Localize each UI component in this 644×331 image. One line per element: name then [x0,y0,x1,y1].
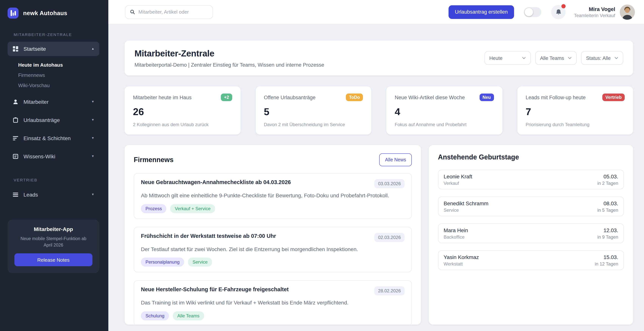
notifications-button[interactable] [552,5,566,19]
sidebar-nav: MITARBEITER-ZENTRALE Startseite ▲ Heute … [0,18,108,331]
geburtstage-title: Anstehende Geburtstage [438,154,624,161]
news-date-badge: 03.03.2026 [374,179,404,188]
tag: Alle Teams [173,311,204,320]
promo-text: Neue mobile Stempel-Funktion ab April 20… [18,236,90,248]
filter-team[interactable]: Alle Teams [535,51,576,65]
user-menu[interactable]: Mira Vogel Teamleiterin Verkauf [574,6,615,18]
tag: Schulung [141,311,169,320]
dashboard-grid-icon [12,46,18,52]
filters: Heute Alle Teams Status: Alle [484,51,623,65]
sidebar: newk Autohaus MITARBEITER-ZENTRALE Start… [0,0,108,331]
news-item[interactable]: Frühschicht in der Werkstatt testweise a… [134,227,412,272]
theme-toggle[interactable] [524,7,542,17]
sidebar-item-mitarbeiter[interactable]: Mitarbeiter ▼ [8,94,99,110]
stat-label: Mitarbeiter heute im Haus [133,94,192,100]
status-badge: +2 [221,94,232,101]
brand-logo-icon [8,8,18,18]
sidebar-item-label: Einsatz & Schichten [24,135,71,141]
news-date-badge: 02.03.2026 [374,233,404,242]
birthday-row: Mara Hein 12.03. Backoffice in 9 Tagen [438,224,624,243]
stat-value: 4 [395,106,494,118]
birthday-countdown: in 2 Tagen [598,181,618,186]
sidebar-item-leads[interactable]: Leads ▼ [8,187,99,202]
brand: newk Autohaus [0,0,108,18]
sidebar-item-wissens-wiki[interactable]: Wissens-Wiki ▼ [8,149,99,164]
subnav-item-firmennews[interactable]: Firmennews [18,70,99,80]
search-input[interactable] [138,9,208,15]
news-item[interactable]: Neue Gebrauchtwagen-Annahmecheckliste ab… [134,173,412,219]
release-notes-button[interactable]: Release Notes [14,254,92,266]
sidebar-item-urlaubsantraege[interactable]: Urlaubsanträge ▼ [8,112,99,128]
birthday-team: Service [444,208,459,213]
filter-value: Status: Alle [586,55,611,61]
filter-date[interactable]: Heute [484,51,530,65]
sidebar-item-label: Urlaubsanträge [24,117,60,123]
sidebar-item-startseite[interactable]: Startseite ▲ [8,42,99,56]
news-tags: Personalplanung Service [141,258,404,266]
subnav-item-heute-im-autohaus[interactable]: Heute im Autohaus [18,60,99,70]
chevron-down-icon: ▼ [91,137,94,140]
birthday-name: Yasin Korkmaz [444,254,479,260]
news-body: Ab Mittwoch gilt eine einheitliche 9-Pun… [141,192,404,200]
stat-card-mitarbeiter-heute: Mitarbeiter heute im Haus +2 26 2 Kolleg… [124,86,241,135]
stat-card-leads-follow-up: Leads mit Follow-up heute Vertrieb 7 Pri… [517,86,634,135]
sidebar-item-einsatz-schichten[interactable]: Einsatz & Schichten ▼ [8,131,99,146]
topbar: Urlaubsantrag erstellen Mira Vogel Teaml… [108,0,644,24]
news-item[interactable]: Neue Hersteller-Schulung für E-Fahrzeuge… [134,280,412,325]
person-icon [12,99,18,105]
stat-cards: Mitarbeiter heute im Haus +2 26 2 Kolleg… [124,86,634,135]
chevron-down-icon [522,57,526,59]
chevron-down-icon: ▼ [91,155,94,158]
birthday-team: Werkstatt [444,261,463,266]
birthday-countdown: in 12 Tagen [595,261,618,266]
news-title: Frühschicht in der Werkstatt testweise a… [141,233,276,239]
news-body: Der Testlauf startet für zwei Wochen. Zi… [141,246,404,253]
create-vacation-request-button[interactable]: Urlaubsantrag erstellen [448,5,514,19]
dashboard-columns: Firmennews Alle News Neue Gebrauchtwagen… [124,145,634,325]
toggle-knob [525,8,533,16]
sidebar-item-label: Mitarbeiter [24,99,48,105]
sidebar-subnav: Heute im Autohaus Firmennews Wiki-Vorsch… [8,56,99,91]
stat-note: Davon 2 mit Überschneidung im Service [264,122,363,127]
tag: Personalplanung [141,258,184,266]
tag: Prozess [141,204,166,213]
stat-note: 2 Kolleginnen aus dem Urlaub zurück [133,122,232,127]
clipboard-icon [12,117,18,123]
subnav-item-wiki-vorschau[interactable]: Wiki-Vorschau [18,80,99,90]
chevron-down-icon: ▼ [91,118,94,122]
alle-news-button[interactable]: Alle News [380,154,412,166]
news-date-badge: 28.02.2026 [374,286,404,296]
content: Mitarbeiter-Zentrale Mitarbeiterportal-D… [108,24,644,331]
sidebar-section-label: MITARBEITER-ZENTRALE [14,32,99,37]
birthday-date: 08.03. [604,200,618,206]
stat-value: 7 [526,106,625,118]
stat-value: 26 [133,106,232,118]
stat-label: Neue Wiki-Artikel diese Woche [395,94,465,100]
sidebar-section-label: VERTRIEB [14,178,99,182]
birthday-name: Benedikt Schramm [444,200,488,206]
birthday-date: 05.03. [604,174,618,180]
sidebar-item-label: Startseite [24,46,46,52]
stat-value: 5 [264,106,363,118]
birthday-row: Yasin Korkmaz 15.03. Werkstatt in 12 Tag… [438,250,624,270]
chevron-down-icon [614,57,618,59]
chevron-down-icon: ▼ [91,100,94,104]
news-title: Neue Gebrauchtwagen-Annahmecheckliste ab… [141,179,291,185]
document-icon [12,154,18,160]
filter-status[interactable]: Status: Alle [581,51,623,65]
user-name: Mira Vogel [574,6,615,12]
birthday-countdown: in 5 Tagen [598,208,618,213]
birthday-name: Leonie Kraft [444,174,472,180]
firmennews-panel: Firmennews Alle News Neue Gebrauchtwagen… [124,145,421,325]
sidebar-item-label: Leads [24,192,38,198]
main-area: Urlaubsantrag erstellen Mira Vogel Teaml… [108,0,644,331]
search-icon [130,9,135,15]
avatar[interactable] [620,4,635,20]
brand-name: newk Autohaus [23,10,67,16]
user-role: Teamleiterin Verkauf [574,13,615,18]
notification-dot [562,4,566,8]
list-lines-icon [12,135,18,141]
page-header-card: Mitarbeiter-Zentrale Mitarbeiterportal-D… [124,40,634,76]
stat-label: Offene Urlaubsanträge [264,94,316,100]
stat-label: Leads mit Follow-up heute [526,94,586,100]
